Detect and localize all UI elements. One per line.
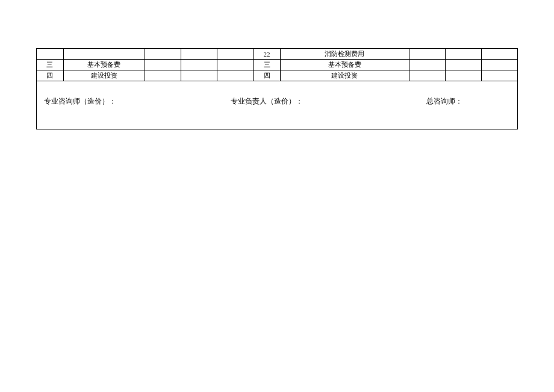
cell-right-v3: [481, 70, 517, 81]
table-row: 22 消防检测费用: [37, 49, 518, 60]
cell-right-name: 建设投资: [281, 70, 409, 81]
cell-right-v3: [481, 60, 517, 70]
cell-right-name: 消防检测费用: [281, 49, 409, 60]
cell-left-index: [37, 49, 64, 60]
table-row: 三 基本预备费 三 基本预备费: [37, 60, 518, 70]
cell-right-index: 三: [254, 60, 281, 70]
cell-left-v1: [145, 49, 181, 60]
cell-right-v2: [445, 60, 481, 70]
cell-right-index: 22: [254, 49, 281, 60]
cell-right-v2: [445, 70, 481, 81]
cell-left-v3: [217, 70, 254, 81]
signature-consultant: 专业咨询师（造价）：: [44, 96, 231, 129]
cell-right-v1: [409, 60, 445, 70]
cell-left-name: [63, 49, 145, 60]
signature-section: 专业咨询师（造价）： 专业负责人（造价）： 总咨询师：: [36, 81, 518, 129]
cell-right-name: 基本预备费: [281, 60, 409, 70]
cost-table: 22 消防检测费用 三 基本预备费 三 基本预备费 四 建设投资: [36, 48, 518, 81]
cell-right-v1: [409, 70, 445, 81]
cell-left-v2: [181, 49, 217, 60]
page-container: 22 消防检测费用 三 基本预备费 三 基本预备费 四 建设投资: [0, 0, 554, 129]
cell-right-v1: [409, 49, 445, 60]
cell-left-v2: [181, 70, 217, 81]
cell-left-v1: [145, 70, 181, 81]
cell-left-v3: [217, 60, 254, 70]
cell-left-index: 四: [37, 70, 64, 81]
cell-right-index: 四: [254, 70, 281, 81]
cell-right-v3: [481, 49, 517, 60]
cell-left-index: 三: [37, 60, 64, 70]
cell-left-name: 基本预备费: [63, 60, 145, 70]
table-row: 四 建设投资 四 建设投资: [37, 70, 518, 81]
cell-left-v3: [217, 49, 254, 60]
cell-left-v2: [181, 60, 217, 70]
cell-left-name: 建设投资: [63, 70, 145, 81]
cell-left-v1: [145, 60, 181, 70]
cell-right-v2: [445, 49, 481, 60]
signature-chief: 总咨询师：: [426, 96, 510, 129]
signature-responsible: 专业负责人（造价）：: [231, 96, 426, 129]
